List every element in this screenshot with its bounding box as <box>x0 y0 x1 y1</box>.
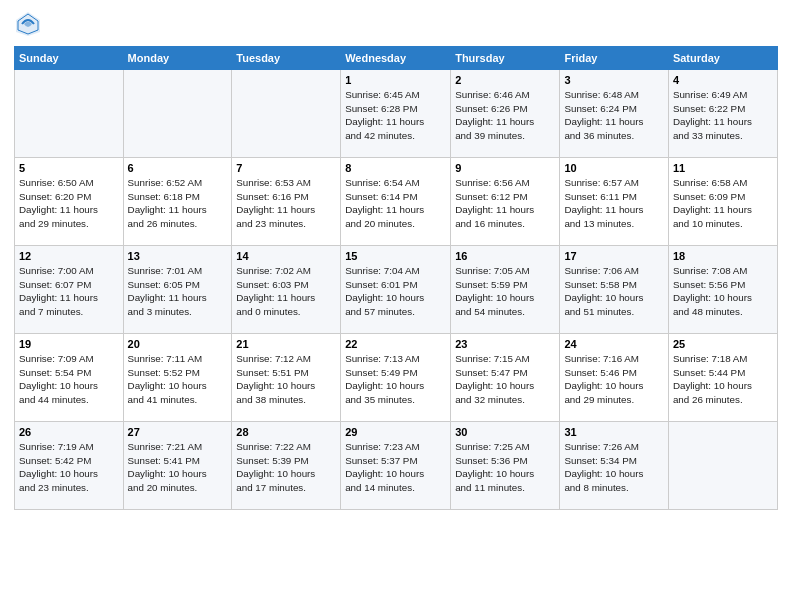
day-info: Sunrise: 7:01 AMSunset: 6:05 PMDaylight:… <box>128 264 228 319</box>
week-row-2: 5Sunrise: 6:50 AMSunset: 6:20 PMDaylight… <box>15 158 778 246</box>
day-info: Sunrise: 6:52 AMSunset: 6:18 PMDaylight:… <box>128 176 228 231</box>
day-cell: 23Sunrise: 7:15 AMSunset: 5:47 PMDayligh… <box>451 334 560 422</box>
day-number: 4 <box>673 74 773 86</box>
day-info: Sunrise: 7:23 AMSunset: 5:37 PMDaylight:… <box>345 440 446 495</box>
day-cell: 21Sunrise: 7:12 AMSunset: 5:51 PMDayligh… <box>232 334 341 422</box>
day-cell: 11Sunrise: 6:58 AMSunset: 6:09 PMDayligh… <box>668 158 777 246</box>
day-cell: 2Sunrise: 6:46 AMSunset: 6:26 PMDaylight… <box>451 70 560 158</box>
day-number: 21 <box>236 338 336 350</box>
day-info: Sunrise: 7:16 AMSunset: 5:46 PMDaylight:… <box>564 352 663 407</box>
day-cell: 16Sunrise: 7:05 AMSunset: 5:59 PMDayligh… <box>451 246 560 334</box>
day-info: Sunrise: 6:48 AMSunset: 6:24 PMDaylight:… <box>564 88 663 143</box>
day-number: 24 <box>564 338 663 350</box>
day-info: Sunrise: 7:05 AMSunset: 5:59 PMDaylight:… <box>455 264 555 319</box>
day-number: 19 <box>19 338 119 350</box>
day-cell: 4Sunrise: 6:49 AMSunset: 6:22 PMDaylight… <box>668 70 777 158</box>
header <box>14 10 778 38</box>
weekday-header-row: SundayMondayTuesdayWednesdayThursdayFrid… <box>15 47 778 70</box>
day-number: 2 <box>455 74 555 86</box>
day-cell: 20Sunrise: 7:11 AMSunset: 5:52 PMDayligh… <box>123 334 232 422</box>
day-info: Sunrise: 7:25 AMSunset: 5:36 PMDaylight:… <box>455 440 555 495</box>
week-row-1: 1Sunrise: 6:45 AMSunset: 6:28 PMDaylight… <box>15 70 778 158</box>
day-cell: 24Sunrise: 7:16 AMSunset: 5:46 PMDayligh… <box>560 334 668 422</box>
day-number: 15 <box>345 250 446 262</box>
day-cell: 10Sunrise: 6:57 AMSunset: 6:11 PMDayligh… <box>560 158 668 246</box>
week-row-3: 12Sunrise: 7:00 AMSunset: 6:07 PMDayligh… <box>15 246 778 334</box>
day-cell: 31Sunrise: 7:26 AMSunset: 5:34 PMDayligh… <box>560 422 668 510</box>
day-cell: 13Sunrise: 7:01 AMSunset: 6:05 PMDayligh… <box>123 246 232 334</box>
day-info: Sunrise: 7:02 AMSunset: 6:03 PMDaylight:… <box>236 264 336 319</box>
day-number: 7 <box>236 162 336 174</box>
day-info: Sunrise: 7:08 AMSunset: 5:56 PMDaylight:… <box>673 264 773 319</box>
day-cell: 18Sunrise: 7:08 AMSunset: 5:56 PMDayligh… <box>668 246 777 334</box>
day-cell <box>232 70 341 158</box>
day-cell: 8Sunrise: 6:54 AMSunset: 6:14 PMDaylight… <box>341 158 451 246</box>
day-number: 10 <box>564 162 663 174</box>
day-info: Sunrise: 7:19 AMSunset: 5:42 PMDaylight:… <box>19 440 119 495</box>
weekday-thursday: Thursday <box>451 47 560 70</box>
day-info: Sunrise: 6:53 AMSunset: 6:16 PMDaylight:… <box>236 176 336 231</box>
day-cell: 30Sunrise: 7:25 AMSunset: 5:36 PMDayligh… <box>451 422 560 510</box>
day-info: Sunrise: 6:50 AMSunset: 6:20 PMDaylight:… <box>19 176 119 231</box>
day-number: 27 <box>128 426 228 438</box>
day-info: Sunrise: 7:11 AMSunset: 5:52 PMDaylight:… <box>128 352 228 407</box>
weekday-friday: Friday <box>560 47 668 70</box>
day-info: Sunrise: 7:26 AMSunset: 5:34 PMDaylight:… <box>564 440 663 495</box>
day-info: Sunrise: 7:18 AMSunset: 5:44 PMDaylight:… <box>673 352 773 407</box>
weekday-wednesday: Wednesday <box>341 47 451 70</box>
day-cell: 22Sunrise: 7:13 AMSunset: 5:49 PMDayligh… <box>341 334 451 422</box>
day-info: Sunrise: 6:46 AMSunset: 6:26 PMDaylight:… <box>455 88 555 143</box>
day-number: 13 <box>128 250 228 262</box>
day-number: 17 <box>564 250 663 262</box>
day-info: Sunrise: 6:57 AMSunset: 6:11 PMDaylight:… <box>564 176 663 231</box>
weekday-tuesday: Tuesday <box>232 47 341 70</box>
day-cell <box>668 422 777 510</box>
day-cell: 14Sunrise: 7:02 AMSunset: 6:03 PMDayligh… <box>232 246 341 334</box>
day-cell: 7Sunrise: 6:53 AMSunset: 6:16 PMDaylight… <box>232 158 341 246</box>
day-cell: 28Sunrise: 7:22 AMSunset: 5:39 PMDayligh… <box>232 422 341 510</box>
day-info: Sunrise: 6:58 AMSunset: 6:09 PMDaylight:… <box>673 176 773 231</box>
week-row-4: 19Sunrise: 7:09 AMSunset: 5:54 PMDayligh… <box>15 334 778 422</box>
day-number: 1 <box>345 74 446 86</box>
day-cell: 3Sunrise: 6:48 AMSunset: 6:24 PMDaylight… <box>560 70 668 158</box>
calendar-table: SundayMondayTuesdayWednesdayThursdayFrid… <box>14 46 778 510</box>
day-number: 16 <box>455 250 555 262</box>
day-info: Sunrise: 6:45 AMSunset: 6:28 PMDaylight:… <box>345 88 446 143</box>
day-cell: 9Sunrise: 6:56 AMSunset: 6:12 PMDaylight… <box>451 158 560 246</box>
day-info: Sunrise: 7:00 AMSunset: 6:07 PMDaylight:… <box>19 264 119 319</box>
day-number: 31 <box>564 426 663 438</box>
day-number: 20 <box>128 338 228 350</box>
day-info: Sunrise: 7:21 AMSunset: 5:41 PMDaylight:… <box>128 440 228 495</box>
week-row-5: 26Sunrise: 7:19 AMSunset: 5:42 PMDayligh… <box>15 422 778 510</box>
day-number: 23 <box>455 338 555 350</box>
weekday-monday: Monday <box>123 47 232 70</box>
day-info: Sunrise: 6:54 AMSunset: 6:14 PMDaylight:… <box>345 176 446 231</box>
day-info: Sunrise: 7:06 AMSunset: 5:58 PMDaylight:… <box>564 264 663 319</box>
day-cell: 19Sunrise: 7:09 AMSunset: 5:54 PMDayligh… <box>15 334 124 422</box>
logo-icon <box>14 10 42 38</box>
day-number: 22 <box>345 338 446 350</box>
day-cell: 1Sunrise: 6:45 AMSunset: 6:28 PMDaylight… <box>341 70 451 158</box>
day-number: 6 <box>128 162 228 174</box>
day-number: 9 <box>455 162 555 174</box>
page: SundayMondayTuesdayWednesdayThursdayFrid… <box>0 0 792 612</box>
day-number: 26 <box>19 426 119 438</box>
logo <box>14 10 46 38</box>
day-info: Sunrise: 7:09 AMSunset: 5:54 PMDaylight:… <box>19 352 119 407</box>
day-number: 11 <box>673 162 773 174</box>
day-cell: 17Sunrise: 7:06 AMSunset: 5:58 PMDayligh… <box>560 246 668 334</box>
day-cell: 15Sunrise: 7:04 AMSunset: 6:01 PMDayligh… <box>341 246 451 334</box>
day-info: Sunrise: 7:22 AMSunset: 5:39 PMDaylight:… <box>236 440 336 495</box>
day-info: Sunrise: 6:56 AMSunset: 6:12 PMDaylight:… <box>455 176 555 231</box>
day-cell <box>123 70 232 158</box>
day-cell: 27Sunrise: 7:21 AMSunset: 5:41 PMDayligh… <box>123 422 232 510</box>
day-number: 14 <box>236 250 336 262</box>
day-number: 28 <box>236 426 336 438</box>
day-info: Sunrise: 7:15 AMSunset: 5:47 PMDaylight:… <box>455 352 555 407</box>
day-cell: 12Sunrise: 7:00 AMSunset: 6:07 PMDayligh… <box>15 246 124 334</box>
day-info: Sunrise: 7:13 AMSunset: 5:49 PMDaylight:… <box>345 352 446 407</box>
day-number: 3 <box>564 74 663 86</box>
day-number: 30 <box>455 426 555 438</box>
day-cell: 5Sunrise: 6:50 AMSunset: 6:20 PMDaylight… <box>15 158 124 246</box>
day-cell: 6Sunrise: 6:52 AMSunset: 6:18 PMDaylight… <box>123 158 232 246</box>
